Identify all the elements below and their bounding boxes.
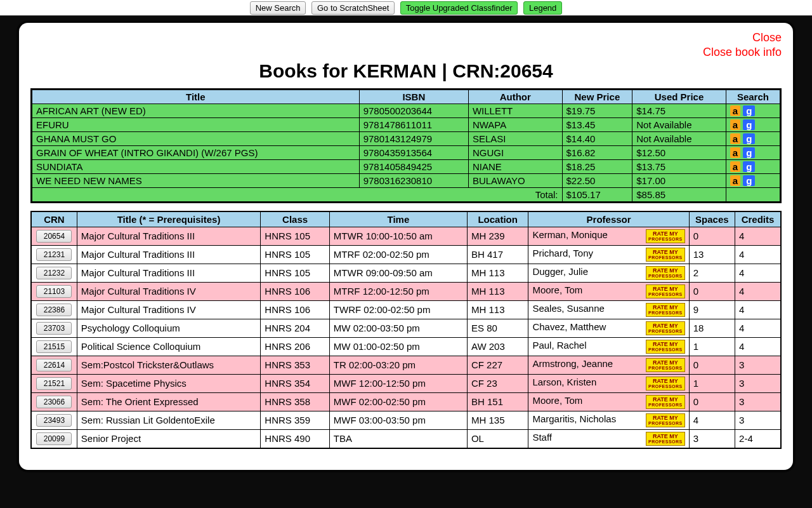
class-time: MW 01:00-02:50 pm	[329, 337, 467, 356]
rate-my-professors-icon[interactable]: RATE MYPROFESSORS	[646, 432, 685, 446]
crn-button[interactable]: 22614	[36, 359, 72, 371]
book-used-price: Not Available	[632, 117, 726, 131]
crn-button[interactable]: 20654	[36, 230, 72, 243]
class-title: Senior Project	[77, 429, 260, 448]
class-row: 20654Major Cultural Traditions IIIHNRS 1…	[31, 227, 781, 245]
class-professor: StaffRATE MYPROFESSORS	[528, 429, 689, 448]
class-code: HNRS 105	[261, 227, 330, 245]
class-time: MTRF 12:00-12:50 pm	[329, 282, 467, 300]
new-search-button[interactable]: New Search	[250, 1, 306, 15]
class-credits: 2-4	[735, 429, 781, 448]
class-code: HNRS 354	[261, 374, 330, 392]
col-isbn: ISBN	[359, 89, 468, 104]
class-row: 23703Psychology ColloquiumHNRS 204MW 02:…	[31, 319, 781, 337]
rate-my-professors-icon[interactable]: RATE MYPROFESSORS	[646, 395, 685, 409]
class-spaces: 3	[689, 429, 735, 448]
rate-my-professors-icon[interactable]: RATE MYPROFESSORS	[646, 340, 685, 354]
google-icon[interactable]: g	[743, 175, 755, 186]
legend-button[interactable]: Legend	[523, 1, 562, 15]
book-new-price: $13.45	[562, 117, 632, 131]
class-title: Psychology Colloquium	[77, 319, 260, 337]
crn-cell: 21232	[31, 264, 77, 282]
book-title: AFRICAN ART (NEW ED)	[32, 104, 360, 117]
rate-my-professors-icon[interactable]: RATE MYPROFESSORS	[646, 321, 685, 335]
class-code: HNRS 106	[261, 300, 330, 319]
rate-my-professors-icon[interactable]: RATE MYPROFESSORS	[646, 413, 685, 427]
google-icon[interactable]: g	[743, 147, 755, 158]
class-code: HNRS 105	[261, 245, 330, 264]
class-time: TWRF 02:00-02:50 pm	[329, 300, 467, 319]
class-credits: 4	[735, 264, 781, 282]
rate-my-professors-icon[interactable]: RATE MYPROFESSORS	[646, 284, 685, 298]
books-modal: Close Close book info Books for KERMAN |…	[19, 23, 793, 470]
class-credits: 4	[735, 227, 781, 245]
class-spaces: 0	[689, 227, 735, 245]
close-modal-link[interactable]: Close	[752, 31, 782, 44]
rate-my-professors-icon[interactable]: RATE MYPROFESSORS	[646, 248, 685, 262]
crn-button[interactable]: 21232	[36, 267, 72, 279]
book-search-cell: ag	[726, 173, 780, 187]
rate-my-professors-icon[interactable]: RATE MYPROFESSORS	[646, 358, 685, 372]
book-title: SUNDIATA	[32, 159, 360, 173]
class-row: 21232Major Cultural Traditions IIIHNRS 1…	[31, 264, 781, 282]
class-code: HNRS 105	[261, 264, 330, 282]
class-title: Major Cultural Traditions III	[77, 264, 260, 282]
google-icon[interactable]: g	[743, 133, 755, 144]
class-time: TR 02:00-03:20 pm	[329, 356, 467, 374]
book-search-cell: ag	[726, 145, 780, 159]
toggle-upgraded-classfinder-button[interactable]: Toggle Upgraded Classfinder	[400, 1, 518, 15]
book-title: GRAIN OF WHEAT (INTRO GIKANDI) (W/267 PG…	[32, 145, 360, 159]
class-code: HNRS 358	[261, 392, 330, 411]
crn-button[interactable]: 23703	[36, 322, 72, 335]
class-spaces: 18	[689, 319, 735, 337]
class-professor: Prichard, TonyRATE MYPROFESSORS	[528, 245, 689, 264]
amazon-icon[interactable]: a	[730, 175, 740, 186]
amazon-icon[interactable]: a	[730, 119, 740, 130]
rate-my-professors-icon[interactable]: RATE MYPROFESSORS	[646, 229, 685, 243]
class-spaces: 13	[689, 245, 735, 264]
class-location: MH 113	[467, 264, 528, 282]
rate-my-professors-icon[interactable]: RATE MYPROFESSORS	[646, 266, 685, 280]
books-total-row: Total:$105.17$85.85	[32, 187, 781, 202]
class-professor: Moore, TomRATE MYPROFESSORS	[528, 282, 689, 300]
rate-my-professors-icon[interactable]: RATE MYPROFESSORS	[646, 303, 685, 317]
class-title: Sem:Postcol Trickster&Outlaws	[77, 356, 260, 374]
crn-cell: 21231	[31, 245, 77, 264]
class-credits: 3	[735, 392, 781, 411]
rate-my-professors-icon[interactable]: RATE MYPROFESSORS	[646, 377, 685, 391]
class-title: Major Cultural Traditions IV	[77, 282, 260, 300]
google-icon[interactable]: g	[743, 161, 755, 172]
crn-button[interactable]: 21521	[36, 377, 72, 390]
class-professor: Larson, KristenRATE MYPROFESSORS	[528, 374, 689, 392]
go-to-scratchsheet-button[interactable]: Go to ScratchSheet	[311, 1, 395, 15]
class-spaces: 9	[689, 300, 735, 319]
close-book-info-link[interactable]: Close book info	[703, 46, 782, 58]
amazon-icon[interactable]: a	[730, 105, 740, 116]
amazon-icon[interactable]: a	[730, 161, 740, 172]
crn-button[interactable]: 21515	[36, 340, 72, 353]
book-search-cell: ag	[726, 104, 780, 117]
class-code: HNRS 490	[261, 429, 330, 448]
book-isbn: 9781405849425	[359, 159, 468, 173]
crn-cell: 22614	[31, 356, 77, 374]
book-row: WE NEED NEW NAMES9780316230810BULAWAYO$2…	[32, 173, 781, 187]
crn-button[interactable]: 23066	[36, 396, 72, 408]
crn-button[interactable]: 21231	[36, 248, 72, 261]
class-credits: 3	[735, 411, 781, 429]
crn-button[interactable]: 21103	[36, 285, 72, 298]
class-title: Major Cultural Traditions III	[77, 227, 260, 245]
google-icon[interactable]: g	[743, 119, 755, 130]
class-code: HNRS 106	[261, 282, 330, 300]
book-author: BULAWAYO	[468, 173, 562, 187]
google-icon[interactable]: g	[743, 105, 755, 116]
col-credits: Credits	[735, 211, 781, 227]
crn-button[interactable]: 22386	[36, 304, 72, 316]
crn-button[interactable]: 20099	[36, 432, 72, 445]
crn-button[interactable]: 23493	[36, 414, 72, 427]
col-time: Time	[329, 211, 467, 227]
amazon-icon[interactable]: a	[730, 133, 740, 144]
book-new-price: $14.40	[562, 131, 632, 145]
book-row: GRAIN OF WHEAT (INTRO GIKANDI) (W/267 PG…	[32, 145, 781, 159]
class-location: CF 23	[467, 374, 528, 392]
amazon-icon[interactable]: a	[730, 147, 740, 158]
